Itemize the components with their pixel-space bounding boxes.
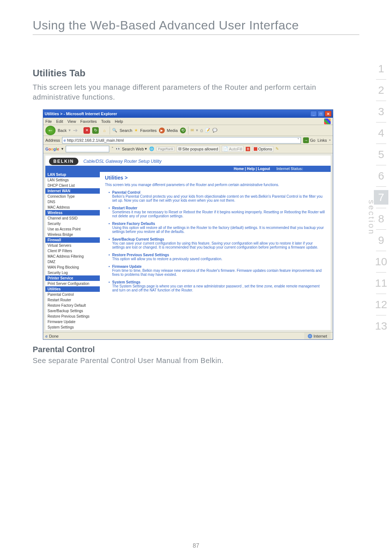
menu-view[interactable]: View [68, 119, 76, 124]
block-b-icon[interactable]: B [246, 147, 250, 151]
maximize-icon[interactable]: □ [318, 111, 324, 117]
sidebar-item-system-settings[interactable]: System Settings [45, 325, 100, 330]
search-label[interactable]: Search [119, 128, 132, 133]
belkin-topbar: Home | Help | Logout Internet Status: [45, 166, 331, 172]
sidebar-item-restart-router[interactable]: Restart Router [45, 297, 100, 303]
section-tab-6[interactable]: 6 [374, 165, 388, 186]
sidebar-item-save-backup[interactable]: Save/Backup Settings [45, 308, 100, 314]
section-tab-11[interactable]: 11 [374, 273, 388, 294]
sidebar-item-dhcp-client-list[interactable]: DHCP Client List [45, 183, 100, 188]
menu-favorites[interactable]: Favorites [80, 119, 97, 124]
media-label[interactable]: Media [167, 128, 178, 133]
util-link-firmware[interactable]: Firmware Update [112, 265, 142, 269]
address-input[interactable]: e http://192.168.2.1/util_main.html ˅ [62, 137, 301, 144]
print-icon[interactable]: ⎙ [200, 128, 203, 133]
section-tab-9[interactable]: 9 [374, 230, 388, 251]
search-icon[interactable]: 🔍 [112, 128, 117, 133]
belkin-utilities-list: Parental ControlBelkin's Parental Contro… [105, 190, 326, 292]
sidebar-item-parental-control[interactable]: Parental Control [45, 292, 100, 297]
back-label[interactable]: Back [58, 128, 66, 133]
util-link-restart[interactable]: Restart Router [112, 206, 137, 210]
section-tab-7[interactable]: 7 [374, 190, 388, 205]
belkin-top-links[interactable]: Home | Help | Logout [234, 167, 270, 171]
util-link-save-backup[interactable]: Save/Backup Current Settings [112, 237, 164, 241]
sidebar-item-mac-filtering[interactable]: MAC Address Filtering [45, 254, 100, 259]
links-label[interactable]: Links [318, 138, 327, 142]
favorites-star-icon[interactable]: ★ [134, 128, 138, 133]
sidebar-group-printer: Printer Service [45, 275, 100, 281]
menu-tools[interactable]: Tools [101, 119, 111, 124]
forward-icon[interactable]: ➔ [73, 127, 78, 134]
media-icon[interactable]: ▶ [159, 128, 165, 133]
options-chip[interactable]: Options [252, 146, 273, 152]
sidebar-item-connection-type[interactable]: Connection Type [45, 194, 100, 199]
google-search-web-button[interactable]: 👀 Search Web ▾ [116, 146, 147, 151]
section-tab-4[interactable]: 4 [374, 122, 388, 144]
util-link-restore-prev[interactable]: Restore Previous Saved Settings [112, 253, 169, 257]
minimize-icon[interactable]: _ [310, 111, 317, 117]
section-tab-10[interactable]: 10 [374, 251, 388, 272]
pagerank-label[interactable]: PageRank [156, 147, 175, 151]
section-tab-13[interactable]: 13 [374, 315, 388, 337]
ie-menubar: File Edit View Favorites Tools Help [43, 118, 333, 125]
autofill-chip[interactable]: 📄 AutoFill [222, 146, 244, 152]
mail-icon[interactable]: ✉ [191, 128, 194, 133]
section-tab-2[interactable]: 2 [374, 80, 388, 101]
discuss-icon[interactable]: 💬 [212, 128, 217, 133]
section-tab-8[interactable]: 8 [374, 208, 388, 229]
section-tab-3[interactable]: 3 [374, 101, 388, 122]
section-tab-1[interactable]: 1 [374, 58, 388, 79]
belkin-sidebar: LAN Setup LAN Settings DHCP Client List … [45, 172, 100, 330]
highlight-icon[interactable]: ✎ [275, 146, 279, 151]
popups-allowed-chip[interactable]: ⊟ Site popups allowed [177, 146, 219, 152]
go-arrow-icon: → [303, 137, 309, 143]
sidebar-item-mac-address[interactable]: MAC Address [45, 205, 100, 210]
belkin-status-label: Internet Status: [277, 167, 303, 171]
sidebar-item-channel-ssid[interactable]: Channel and SSID [45, 215, 100, 221]
edit-icon[interactable]: 📝 [205, 128, 210, 133]
favorites-label[interactable]: Favorites [140, 128, 156, 133]
menu-help[interactable]: Help [115, 119, 123, 124]
section-tab-12[interactable]: 12 [374, 294, 388, 315]
options-icon [254, 147, 257, 151]
section-tab-5[interactable]: 5 [374, 144, 388, 165]
ie-address-bar: Address e http://192.168.2.1/util_main.h… [43, 136, 333, 145]
done-label: Done [49, 334, 58, 338]
refresh-icon[interactable]: ↻ [92, 127, 99, 134]
globe-icon [308, 334, 312, 338]
sidebar-item-security[interactable]: Security [45, 221, 100, 226]
sidebar-item-wireless-bridge[interactable]: Wireless Bridge [45, 232, 100, 237]
sidebar-item-security-log[interactable]: Security Log [45, 270, 100, 275]
sidebar-item-restore-previous[interactable]: Restore Previous Settings [45, 314, 100, 319]
stop-icon[interactable]: ✕ [83, 127, 90, 134]
sidebar-item-lan-settings[interactable]: LAN Settings [45, 177, 100, 183]
done-icon: e [45, 334, 48, 338]
sidebar-item-dmz[interactable]: DMZ [45, 259, 100, 265]
back-button-icon[interactable]: ← [45, 126, 56, 135]
sidebar-item-wan-ping[interactable]: WAN Ping Blocking [45, 265, 100, 270]
home-icon[interactable]: ⌂ [101, 127, 107, 134]
util-link-parental[interactable]: Parental Control [112, 190, 140, 194]
sidebar-item-client-ip-filters[interactable]: Client IP Filters [45, 248, 100, 254]
menu-file[interactable]: File [45, 119, 52, 124]
sidebar-item-access-point[interactable]: Use as Access Point [45, 226, 100, 232]
sidebar-group-utilities: Utilities [45, 286, 100, 292]
ie-page-icon: e [64, 138, 66, 142]
belkin-main: Utilities > This screen lets you manage … [100, 172, 331, 330]
sidebar-item-firmware-update[interactable]: Firmware Update [45, 319, 100, 325]
sidebar-item-virtual-servers[interactable]: Virtual Servers [45, 243, 100, 248]
news-icon[interactable]: 🌐 [149, 146, 154, 151]
util-link-restore-factory[interactable]: Restore Factory Defaults [112, 222, 155, 226]
sidebar-group-lan: LAN Setup [45, 172, 100, 177]
sidebar-item-restore-factory[interactable]: Restore Factory Default [45, 303, 100, 308]
history-icon[interactable]: ⟲ [180, 128, 186, 133]
google-search-input[interactable] [66, 146, 109, 152]
go-button[interactable]: → Go [303, 137, 315, 143]
google-logo[interactable]: Google [45, 147, 59, 151]
close-icon[interactable]: ✕ [325, 111, 331, 117]
util-link-system[interactable]: System Settings [112, 280, 140, 284]
sidebar-item-print-server[interactable]: Print Server Configuration [45, 281, 100, 286]
menu-edit[interactable]: Edit [56, 119, 63, 124]
sidebar-item-dns[interactable]: DNS [45, 199, 100, 205]
ie-statusbar: e Done Internet [43, 332, 333, 339]
